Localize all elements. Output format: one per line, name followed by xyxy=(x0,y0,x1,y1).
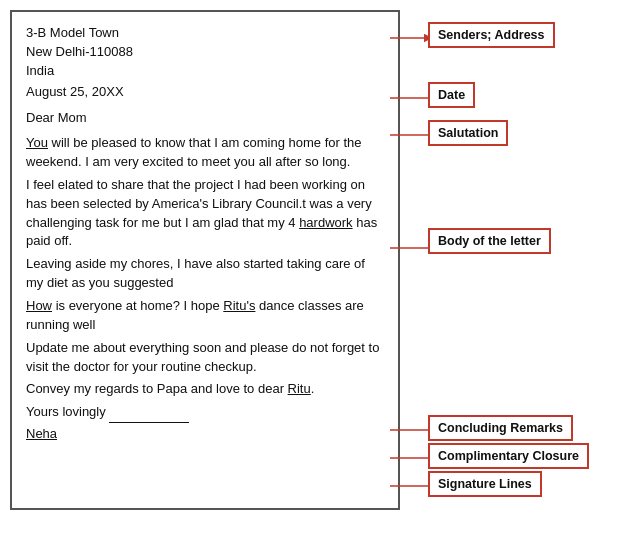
body-para-4: How is everyone at home? I hope Ritu's d… xyxy=(26,297,384,335)
date-text: August 25, 20XX xyxy=(26,84,124,99)
address-line1: 3-B Model Town xyxy=(26,24,384,43)
body-para-2: I feel elated to share that the project … xyxy=(26,176,384,251)
signature-text: Neha xyxy=(26,426,57,441)
concluding-text: Convey my regards to Papa and love to de… xyxy=(26,380,384,399)
body-para-5: Update me about everything soon and plea… xyxy=(26,339,384,377)
complimentary-block: Yours lovingly xyxy=(26,403,384,423)
letter-box: 3-B Model Town New Delhi-110088 India Au… xyxy=(10,10,400,510)
salutation-text: Dear Mom xyxy=(26,110,87,125)
complimentary-text: Yours lovingly xyxy=(26,404,106,419)
address-line2: New Delhi-110088 xyxy=(26,43,384,62)
date-block: August 25, 20XX xyxy=(26,83,384,102)
complimentary-underline xyxy=(109,403,189,423)
body-para-1: You will be pleased to know that I am co… xyxy=(26,134,384,172)
salutation-block: Dear Mom xyxy=(26,109,384,128)
body-para-3: Leaving aside my chores, I have also sta… xyxy=(26,255,384,293)
body-block: You will be pleased to know that I am co… xyxy=(26,134,384,376)
address-line3: India xyxy=(26,62,384,81)
concluding-block: Convey my regards to Papa and love to de… xyxy=(26,380,384,399)
address-block: 3-B Model Town New Delhi-110088 India xyxy=(26,24,384,81)
signature-block: Neha xyxy=(26,425,384,444)
